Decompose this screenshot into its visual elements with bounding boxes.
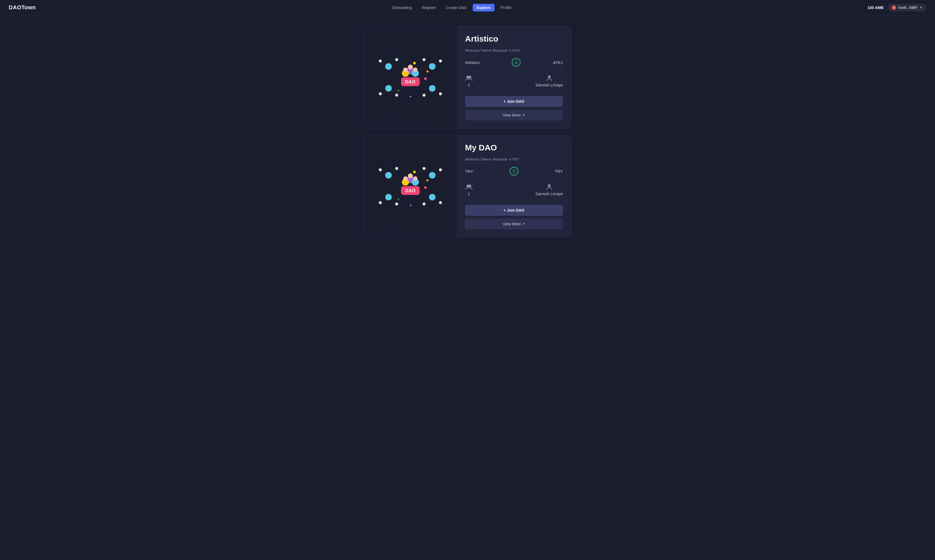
svg-text:+: + xyxy=(397,196,400,202)
svg-point-59 xyxy=(379,168,382,171)
svg-point-73 xyxy=(408,173,413,178)
svg-point-22 xyxy=(439,92,442,95)
dao-actions-artistico: + Join DAO View More ↗ xyxy=(465,96,563,121)
nav-profile[interactable]: Profile xyxy=(497,4,515,11)
svg-point-34 xyxy=(413,68,417,72)
svg-point-32 xyxy=(403,68,408,72)
dao-creator-stat-mydao: Sarvesh Limaye xyxy=(535,183,563,196)
dao-title-mydao: My DAO xyxy=(465,143,563,152)
svg-text:A: A xyxy=(515,61,517,64)
svg-point-30 xyxy=(408,65,413,69)
svg-point-13 xyxy=(429,63,435,70)
nav-onboarding[interactable]: Onboarding xyxy=(388,4,416,11)
dao-info-artistico: Artistico Minimum Tokens Required: 4 ATK… xyxy=(457,26,571,128)
nav-create-dao[interactable]: Create DAO xyxy=(442,4,471,11)
svg-point-66 xyxy=(422,202,426,206)
dao-creator-stat-artistico: Sarvesh Limaye xyxy=(535,75,563,87)
navbar: DAOTown Onboarding Register Create DAO E… xyxy=(0,0,935,15)
svg-point-28 xyxy=(413,62,416,65)
svg-point-65 xyxy=(439,201,442,204)
dao-token-symbol-artistico: ATK1 xyxy=(553,60,563,65)
view-more-button-artistico[interactable]: View More ↗ xyxy=(465,110,563,121)
view-more-button-mydao[interactable]: View More ↗ xyxy=(465,218,563,229)
svg-text:✦: ✦ xyxy=(409,203,412,208)
svg-point-77 xyxy=(413,176,417,181)
svg-point-64 xyxy=(395,202,398,206)
nav-links: Onboarding Register Create DAO Explore P… xyxy=(388,4,515,11)
dao-illustration-mydao: ✦ ✦ + DAO xyxy=(364,135,457,237)
dao-card-artistico: ✦ ✦ + DAO xyxy=(364,26,571,129)
main-content: ✦ ✦ + DAO xyxy=(0,15,935,248)
svg-point-15 xyxy=(429,85,435,92)
svg-text:✦: ✦ xyxy=(409,94,412,99)
svg-point-70 xyxy=(424,186,427,189)
join-dao-button-artistico[interactable]: + Join DAO xyxy=(465,96,563,107)
wallet-button[interactable]: 0xa8...0dBF ▼ xyxy=(888,4,926,11)
svg-point-60 xyxy=(395,167,398,170)
svg-text:✦: ✦ xyxy=(425,178,429,183)
svg-text:+: + xyxy=(397,88,400,94)
svg-point-63 xyxy=(379,201,382,204)
dao-info-mydao: My DAO Minimum Tokens Required: 4 TRY TR… xyxy=(457,135,571,237)
dao-card-mydao: ✦ ✦ + DAO My DAO Minimum Tokens Required… xyxy=(364,135,571,237)
dao-creator-name-artistico: Sarvesh Limaye xyxy=(535,83,563,87)
join-dao-button-mydao[interactable]: + Join DAO xyxy=(465,205,563,216)
dao-token-name-artistico: Artistico xyxy=(465,60,480,65)
nav-explore[interactable]: Explore xyxy=(473,4,494,11)
svg-point-17 xyxy=(395,58,398,61)
creator-icon-mydao xyxy=(546,183,552,190)
wallet-address: 0xa8...0dBF xyxy=(898,5,918,9)
dao-min-tokens-mydao: Minimum Tokens Required: 4 TRY xyxy=(465,157,563,162)
chevron-down-icon: ▼ xyxy=(920,6,923,9)
dao-token-row-artistico: Artistico A ATK1 xyxy=(465,58,563,71)
dao-stats-row-artistico: 1 Sarvesh Limaye xyxy=(465,75,563,91)
svg-text:T: T xyxy=(513,170,515,173)
members-icon-artistico xyxy=(465,75,473,81)
svg-point-61 xyxy=(439,168,442,171)
dao-token-symbol-mydao: TRY xyxy=(555,169,563,174)
svg-point-27 xyxy=(424,77,427,80)
svg-point-21 xyxy=(395,94,398,97)
dao-members-stat-mydao: 1 xyxy=(465,183,473,196)
dao-min-tokens-artistico: Minimum Tokens Required: 4 ATK1 xyxy=(465,48,563,52)
svg-point-84 xyxy=(469,185,471,187)
dao-members-stat-artistico: 1 xyxy=(465,75,473,87)
svg-point-12 xyxy=(385,63,392,70)
svg-point-18 xyxy=(439,59,442,63)
dao-illustration-artistico: ✦ ✦ + DAO xyxy=(364,26,457,128)
svg-point-41 xyxy=(469,76,471,78)
svg-point-62 xyxy=(422,167,426,170)
wallet-balance: 100 AMB xyxy=(867,5,884,10)
nav-right: 100 AMB 0xa8...0dBF ▼ xyxy=(867,4,926,11)
app-logo: DAOTown xyxy=(9,5,36,11)
svg-point-23 xyxy=(422,94,426,97)
svg-point-56 xyxy=(429,172,435,178)
svg-text:DAO: DAO xyxy=(405,80,416,84)
svg-point-20 xyxy=(379,92,382,95)
svg-point-58 xyxy=(429,194,435,200)
svg-point-14 xyxy=(385,85,392,92)
token-icon-mydao: T xyxy=(510,167,518,175)
dao-token-name-mydao: TRY xyxy=(465,169,473,174)
svg-point-19 xyxy=(422,58,426,61)
dao-creator-name-mydao: Sarvesh Limaye xyxy=(535,192,563,196)
svg-text:✦: ✦ xyxy=(425,69,429,74)
creator-icon-artistico xyxy=(546,75,552,81)
svg-point-16 xyxy=(379,59,382,63)
svg-point-57 xyxy=(385,194,392,200)
svg-point-42 xyxy=(548,75,551,78)
dao-members-count-mydao: 1 xyxy=(468,192,470,196)
svg-point-71 xyxy=(413,171,416,173)
dao-token-row-mydao: TRY T TRY xyxy=(465,167,563,180)
nav-register[interactable]: Register xyxy=(418,4,440,11)
members-icon-mydao xyxy=(465,183,473,190)
dao-title-artistico: Artistico xyxy=(465,34,563,43)
dao-members-count-artistico: 1 xyxy=(468,83,470,87)
svg-point-55 xyxy=(385,172,392,178)
dao-stats-row-mydao: 1 Sarvesh Limaye xyxy=(465,183,563,200)
svg-point-85 xyxy=(548,184,551,187)
dao-actions-mydao: + Join DAO View More ↗ xyxy=(465,205,563,229)
dao-network-svg-mydao: ✦ ✦ + DAO xyxy=(372,156,449,216)
token-icon-artistico: A xyxy=(512,58,521,67)
dao-network-svg-artistico: ✦ ✦ + DAO xyxy=(372,47,449,108)
